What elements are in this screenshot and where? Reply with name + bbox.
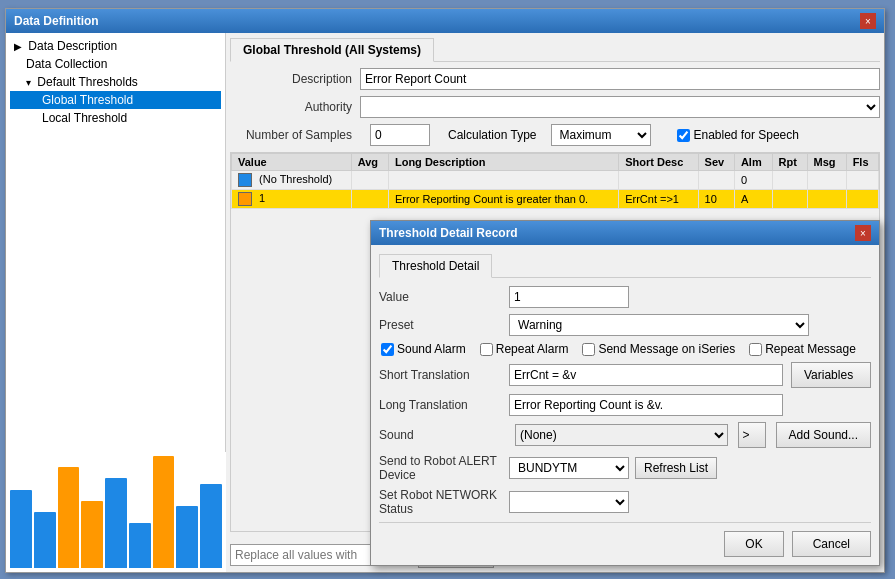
robot-alert-label: Send to Robot ALERT Device: [379, 454, 509, 482]
repeat-alarm-checkbox[interactable]: [480, 343, 493, 356]
bar-5: [105, 478, 127, 568]
variables-button[interactable]: Variables: [791, 362, 871, 388]
sound-select[interactable]: (None): [515, 424, 728, 446]
modal-preset-label: Preset: [379, 318, 509, 332]
bar-2: [34, 512, 56, 568]
enabled-speech-checkbox[interactable]: [677, 129, 690, 142]
repeat-message-label: Repeat Message: [749, 342, 856, 356]
robot-network-label: Set Robot NETWORK Status: [379, 488, 509, 516]
sound-play-button[interactable]: >: [738, 422, 766, 448]
col-msg: Msg: [807, 154, 846, 171]
row2-value: 1: [232, 190, 352, 209]
row1-rpt: [772, 171, 807, 190]
repeat-alarm-label: Repeat Alarm: [480, 342, 569, 356]
row1-value: (No Threshold): [232, 171, 352, 190]
sound-alarm-label: Sound Alarm: [381, 342, 466, 356]
bar-8: [176, 506, 198, 568]
calc-type-select[interactable]: Maximum Minimum Average: [551, 124, 651, 146]
bar-7: [153, 456, 175, 568]
long-trans-row: Long Translation: [379, 394, 871, 416]
checkbox-row: Sound Alarm Repeat Alarm Send Message on…: [381, 342, 871, 356]
robot-network-row: Set Robot NETWORK Status: [379, 488, 871, 516]
col-avg: Avg: [351, 154, 388, 171]
col-value: Value: [232, 154, 352, 171]
sound-label: Sound: [379, 428, 509, 442]
modal-titlebar: Threshold Detail Record ×: [371, 221, 879, 245]
refresh-button[interactable]: Refresh List: [635, 457, 717, 479]
modal-content: Threshold Detail Value Preset Warning Cr…: [371, 245, 879, 565]
authority-select[interactable]: [360, 96, 880, 118]
samples-input[interactable]: [370, 124, 430, 146]
chart-bars: [6, 452, 226, 572]
calc-type-label: Calculation Type: [448, 128, 537, 142]
row1-long-desc: [388, 171, 618, 190]
modal-value-input[interactable]: [509, 286, 629, 308]
col-long-desc: Long Description: [388, 154, 618, 171]
robot-network-select[interactable]: [509, 491, 629, 513]
modal-value-row: Value: [379, 286, 871, 308]
sidebar-item-default-thresholds[interactable]: ▾ Default Thresholds: [10, 73, 221, 91]
modal-preset-row: Preset Warning Critical Informational No…: [379, 314, 871, 336]
long-trans-input[interactable]: [509, 394, 783, 416]
modal-tab-threshold-detail[interactable]: Threshold Detail: [379, 254, 492, 278]
enabled-speech-label: Enabled for Speech: [677, 128, 799, 142]
add-sound-button[interactable]: Add Sound...: [776, 422, 871, 448]
sidebar-item-data-description[interactable]: ▶ Data Description: [10, 37, 221, 55]
sound-row: Sound (None) > Add Sound...: [379, 422, 871, 448]
threshold-table: Value Avg Long Description Short Desc Se…: [231, 153, 879, 209]
col-sev: Sev: [698, 154, 734, 171]
send-message-label: Send Message on iSeries: [582, 342, 735, 356]
authority-label: Authority: [230, 100, 360, 114]
row2-sev: 10: [698, 190, 734, 209]
col-short-desc: Short Desc: [619, 154, 698, 171]
ok-button[interactable]: OK: [724, 531, 783, 557]
authority-row: Authority: [230, 96, 880, 118]
bar-3: [58, 467, 80, 568]
bar-6: [129, 523, 151, 568]
long-trans-label: Long Translation: [379, 398, 509, 412]
expand-icon-2: ▾: [26, 77, 31, 88]
row1-sev: [698, 171, 734, 190]
modal-close-button[interactable]: ×: [855, 225, 871, 241]
row2-avg: [351, 190, 388, 209]
sidebar-item-local-threshold[interactable]: Local Threshold: [10, 109, 221, 127]
modal-tab-bar: Threshold Detail: [379, 253, 871, 278]
description-row: Description: [230, 68, 880, 90]
short-trans-input[interactable]: [509, 364, 783, 386]
modal-title: Threshold Detail Record: [379, 226, 518, 240]
table-row[interactable]: 1 Error Reporting Count is greater than …: [232, 190, 879, 209]
tab-global-threshold[interactable]: Global Threshold (All Systems): [230, 38, 434, 62]
row1-fls: [846, 171, 878, 190]
expand-icon: ▶: [14, 41, 22, 52]
row1-color-indicator: [238, 173, 252, 187]
chart-area: [6, 452, 226, 572]
description-input[interactable]: [360, 68, 880, 90]
short-trans-label: Short Translation: [379, 368, 509, 382]
cancel-button[interactable]: Cancel: [792, 531, 871, 557]
sound-alarm-checkbox[interactable]: [381, 343, 394, 356]
main-title: Data Definition: [14, 14, 99, 28]
table-row[interactable]: (No Threshold) 0: [232, 171, 879, 190]
row2-fls: [846, 190, 878, 209]
repeat-message-checkbox[interactable]: [749, 343, 762, 356]
modal-bottom-row: OK Cancel: [379, 522, 871, 557]
modal-value-label: Value: [379, 290, 509, 304]
col-fls: Fls: [846, 154, 878, 171]
row2-msg: [807, 190, 846, 209]
samples-label: Number of Samples: [230, 128, 360, 142]
modal-window: Threshold Detail Record × Threshold Deta…: [370, 220, 880, 566]
main-close-button[interactable]: ×: [860, 13, 876, 29]
tab-bar: Global Threshold (All Systems): [230, 37, 880, 62]
row1-msg: [807, 171, 846, 190]
modal-preset-select[interactable]: Warning Critical Informational None: [509, 314, 809, 336]
row1-short-desc: [619, 171, 698, 190]
bar-4: [81, 501, 103, 568]
robot-alert-row: Send to Robot ALERT Device BUNDYTM Refre…: [379, 454, 871, 482]
main-titlebar: Data Definition ×: [6, 9, 884, 33]
sidebar-item-data-collection[interactable]: Data Collection: [10, 55, 221, 73]
row2-alm: A: [734, 190, 772, 209]
sidebar-item-global-threshold[interactable]: Global Threshold: [10, 91, 221, 109]
robot-alert-select[interactable]: BUNDYTM: [509, 457, 629, 479]
send-message-checkbox[interactable]: [582, 343, 595, 356]
row2-color-indicator: [238, 192, 252, 206]
